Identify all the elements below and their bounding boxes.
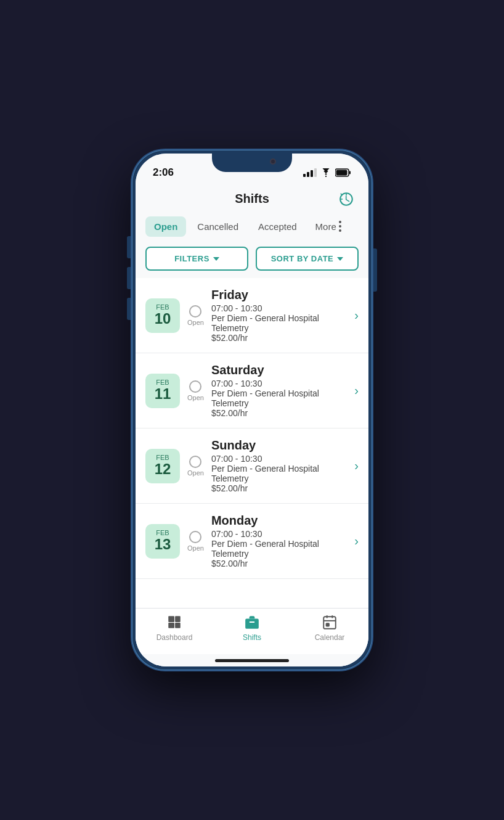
svg-rect-4	[168, 616, 174, 622]
date-badge: Feb 10	[145, 298, 180, 333]
shift-rate: $52.00/hr	[211, 483, 349, 493]
phone-frame: 2:06	[132, 150, 372, 670]
filter-bar: FILTERS SORT BY DATE	[136, 242, 368, 278]
sort-chevron-icon	[337, 257, 343, 261]
tab-open[interactable]: Open	[145, 216, 186, 237]
svg-rect-8	[245, 619, 259, 629]
signal-icon	[303, 168, 317, 177]
status-label: Open	[187, 319, 204, 326]
svg-rect-6	[168, 623, 174, 628]
dashboard-icon	[166, 613, 183, 631]
shift-facility: Per Diem - General Hospital	[211, 464, 349, 474]
shift-rate: $52.00/hr	[211, 333, 349, 343]
nav-item-calendar[interactable]: Calendar	[291, 613, 368, 642]
calendar-icon	[321, 613, 338, 631]
shift-day-name: Sunday	[211, 438, 349, 453]
shift-department: Telemetry	[211, 549, 349, 559]
shift-time: 07:00 - 10:30	[211, 379, 349, 388]
shift-info: Monday 07:00 - 10:30 Per Diem - General …	[211, 514, 349, 568]
status-circle	[189, 380, 201, 393]
shift-status: Open	[187, 456, 204, 477]
shift-day-num: 10	[155, 311, 171, 327]
svg-rect-9	[250, 621, 255, 623]
shift-department: Telemetry	[211, 323, 349, 333]
shift-department: Telemetry	[211, 474, 349, 483]
nav-item-shifts[interactable]: Shifts	[213, 613, 291, 642]
shifts-list: Feb 10 Open Friday 07:00 - 10:30 Per Die…	[136, 278, 368, 608]
chevron-right-icon: ›	[354, 308, 359, 322]
date-badge: Feb 12	[145, 449, 180, 483]
phone-screen: 2:06	[136, 154, 368, 666]
shift-item[interactable]: Feb 10 Open Friday 07:00 - 10:30 Per Die…	[136, 278, 368, 353]
shift-status: Open	[187, 305, 204, 326]
shift-info: Saturday 07:00 - 10:30 Per Diem - Genera…	[211, 363, 349, 418]
shift-info: Friday 07:00 - 10:30 Per Diem - General …	[211, 288, 349, 343]
filters-label: FILTERS	[174, 254, 209, 263]
tabs-bar: Open Cancelled Accepted More	[136, 211, 368, 242]
tab-accepted[interactable]: Accepted	[250, 216, 306, 237]
status-icons	[303, 168, 351, 177]
nav-item-dashboard[interactable]: Dashboard	[136, 613, 213, 642]
filters-button[interactable]: FILTERS	[145, 247, 248, 271]
svg-rect-14	[327, 623, 329, 626]
home-indicator	[136, 654, 368, 666]
status-circle	[189, 531, 201, 543]
tab-cancelled[interactable]: Cancelled	[189, 216, 247, 237]
shift-day-num: 12	[155, 461, 171, 477]
svg-rect-3	[336, 170, 348, 176]
shift-item[interactable]: Feb 11 Open Saturday 07:00 - 10:30 Per D…	[136, 353, 368, 428]
filters-chevron-icon	[213, 257, 219, 261]
home-bar	[215, 659, 289, 662]
page-title: Shifts	[235, 192, 269, 206]
status-label: Open	[187, 394, 204, 401]
wifi-icon	[320, 168, 331, 177]
status-label: Open	[187, 544, 204, 552]
chevron-right-icon: ›	[354, 459, 359, 473]
shift-status: Open	[187, 531, 204, 552]
status-circle	[189, 456, 201, 468]
shift-facility: Per Diem - General Hospital	[211, 388, 349, 398]
svg-point-0	[325, 176, 327, 177]
shift-department: Telemetry	[211, 398, 349, 408]
battery-icon	[335, 168, 351, 177]
notch	[212, 154, 292, 172]
nav-label-calendar: Calendar	[315, 633, 345, 642]
svg-rect-5	[175, 616, 181, 622]
shift-facility: Per Diem - General Hospital	[211, 313, 349, 323]
nav-label-shifts: Shifts	[243, 633, 261, 642]
shift-info: Sunday 07:00 - 10:30 Per Diem - General …	[211, 438, 349, 493]
sort-button[interactable]: SORT BY DATE	[256, 247, 359, 271]
shift-item[interactable]: Feb 12 Open Sunday 07:00 - 10:30 Per Die…	[136, 428, 368, 504]
shift-time: 07:00 - 10:30	[211, 454, 349, 464]
svg-rect-10	[323, 617, 336, 629]
shift-day-name: Monday	[211, 514, 349, 528]
status-label: Open	[187, 469, 204, 477]
chevron-right-icon: ›	[354, 383, 359, 398]
shift-item[interactable]: Feb 13 Open Monday 07:00 - 10:30 Per Die…	[136, 504, 368, 579]
shift-time: 07:00 - 10:30	[211, 303, 349, 313]
more-label: More	[315, 221, 336, 232]
history-icon[interactable]	[336, 189, 356, 209]
date-badge: Feb 11	[145, 374, 180, 408]
bottom-nav: Dashboard Shifts	[136, 608, 368, 654]
shift-rate: $52.00/hr	[211, 559, 349, 568]
shift-day-num: 13	[155, 536, 171, 552]
chevron-right-icon: ›	[354, 534, 359, 548]
svg-rect-2	[349, 171, 351, 174]
shift-facility: Per Diem - General Hospital	[211, 539, 349, 549]
status-time: 2:06	[153, 166, 174, 179]
shift-day-name: Friday	[211, 288, 349, 302]
shift-day-num: 11	[155, 386, 171, 402]
nav-label-dashboard: Dashboard	[156, 633, 193, 642]
tab-more[interactable]: More	[311, 216, 346, 237]
shift-status: Open	[187, 380, 204, 401]
status-circle	[189, 305, 201, 318]
shift-day-name: Saturday	[211, 363, 349, 377]
shifts-icon	[243, 613, 261, 631]
app-content: Shifts Open Cancelled Accepted	[136, 184, 368, 666]
svg-rect-7	[175, 623, 181, 628]
date-badge: Feb 13	[145, 524, 180, 559]
sort-label: SORT BY DATE	[271, 254, 334, 263]
shift-rate: $52.00/hr	[211, 408, 349, 418]
more-dots-icon	[339, 221, 341, 232]
